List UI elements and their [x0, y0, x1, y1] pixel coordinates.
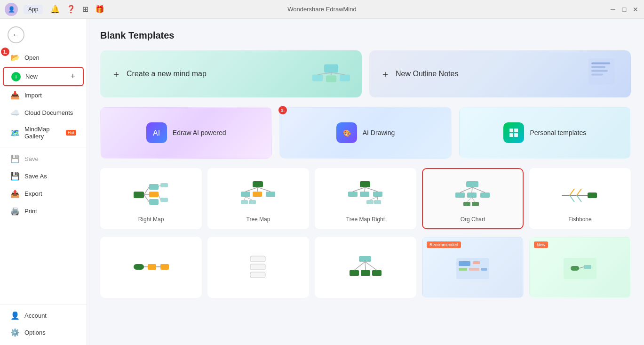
sidebar-item-new[interactable]: + New + — [3, 67, 84, 86]
svg-rect-19 — [149, 184, 159, 190]
sidebar-gallery-label: MindMap Gallery — [24, 126, 59, 140]
svg-rect-58 — [463, 202, 470, 206]
svg-text:🎨: 🎨 — [343, 129, 351, 137]
sidebar-cloud-label: Cloud Documents — [24, 109, 76, 116]
new-template-card[interactable]: New — [529, 237, 631, 298]
flow1-card[interactable] — [100, 237, 202, 298]
titlebar: 👤 App 🔔 ❓ ⊞ 🎁 Wondershare EdrawMind ─ □ … — [0, 0, 644, 19]
svg-rect-0 — [324, 64, 338, 73]
app-button[interactable]: App — [24, 5, 43, 14]
import-icon: 📥 — [10, 91, 20, 100]
org-chart-diagram — [453, 177, 493, 212]
svg-rect-53 — [467, 193, 477, 198]
edraw-ai-card[interactable]: AI Edraw AI powered — [100, 107, 272, 159]
svg-rect-70 — [148, 264, 156, 270]
svg-line-83 — [365, 262, 377, 270]
sidebar-item-save[interactable]: 💾 Save — [3, 151, 84, 167]
sidebar-item-save-as[interactable]: 💾 Save As — [3, 168, 84, 185]
sidebar-item-cloud[interactable]: ☁️ Cloud Documents — [3, 104, 84, 121]
gift-icon[interactable]: 🎁 — [93, 4, 106, 15]
new-template-preview — [536, 245, 624, 291]
sidebar-item-options[interactable]: ⚙️ Options — [3, 324, 84, 341]
svg-rect-90 — [564, 258, 596, 279]
flow2-diagram — [239, 245, 278, 288]
edraw-ai-icon: AI — [146, 122, 167, 143]
svg-line-28 — [159, 194, 160, 200]
sidebar-print-label: Print — [24, 208, 76, 215]
svg-line-22 — [144, 187, 149, 195]
svg-rect-77 — [359, 256, 371, 262]
grid-icon[interactable]: ⊞ — [80, 4, 90, 15]
tree-map-right-label: Tree Map Right — [346, 216, 385, 223]
svg-rect-9 — [591, 66, 605, 68]
close-btn[interactable]: ✕ — [632, 6, 639, 13]
sidebar-item-mindmap-gallery[interactable]: 🗺️ MindMap Gallery Hot — [3, 122, 84, 144]
svg-rect-79 — [361, 270, 370, 276]
svg-rect-92 — [584, 265, 591, 269]
svg-rect-14 — [509, 128, 513, 132]
create-mindmap-banner[interactable]: ＋ Create a new mind map — [100, 50, 362, 97]
personal-templates-label: Personal templates — [530, 129, 586, 136]
sidebar-item-export[interactable]: 📤 Export — [3, 185, 84, 202]
save-icon: 💾 — [10, 154, 20, 163]
tree-map-card[interactable]: Tree Map — [207, 168, 309, 229]
svg-rect-51 — [466, 181, 478, 187]
minimize-btn[interactable]: ─ — [609, 6, 617, 13]
back-button[interactable]: ← — [0, 23, 87, 47]
ai-drawing-card[interactable]: 2. 🎨 AI Drawing — [279, 107, 451, 159]
gallery-icon: 🗺️ — [10, 128, 20, 137]
flow1-diagram — [131, 245, 171, 288]
fishbone-card[interactable]: Fishbone — [529, 168, 631, 229]
org-chart-card[interactable]: Org Chart — [422, 168, 524, 229]
personal-templates-card[interactable]: Personal templates — [459, 107, 631, 159]
help-icon[interactable]: ❓ — [64, 4, 78, 15]
svg-line-61 — [472, 198, 475, 202]
recommended-preview — [429, 245, 517, 291]
sidebar-item-open[interactable]: 1. 📂 Open — [3, 49, 84, 66]
fishbone-label: Fishbone — [568, 216, 591, 223]
svg-line-23 — [144, 194, 149, 195]
svg-line-55 — [460, 187, 472, 193]
svg-rect-59 — [472, 202, 479, 206]
svg-line-38 — [244, 197, 246, 200]
ai-drawing-label: AI Drawing — [363, 129, 395, 136]
flow3-card[interactable] — [315, 237, 416, 298]
sidebar-divider — [0, 147, 87, 147]
svg-rect-47 — [374, 200, 381, 204]
sidebar-item-account[interactable]: 👤 Account — [3, 307, 84, 324]
sidebar-bottom: 👤 Account ⚙️ Options — [0, 301, 87, 341]
titlebar-left: 👤 App 🔔 ❓ ⊞ 🎁 — [5, 3, 106, 16]
svg-line-46 — [365, 187, 378, 192]
right-map-card[interactable]: Right Map — [100, 168, 202, 229]
svg-rect-88 — [469, 268, 479, 271]
tree-map-right-card[interactable]: Tree Map Right — [315, 168, 416, 229]
user-avatar[interactable]: 👤 — [5, 3, 18, 16]
svg-line-64 — [570, 189, 574, 195]
svg-rect-71 — [160, 264, 169, 270]
new-plus-icon[interactable]: + — [70, 72, 75, 81]
sidebar-account-label: Account — [24, 312, 76, 319]
flow2-card[interactable] — [207, 237, 309, 298]
svg-line-39 — [246, 197, 252, 200]
sidebar-item-import[interactable]: 📥 Import — [3, 87, 84, 104]
sidebar-options-label: Options — [24, 329, 76, 336]
bell-icon[interactable]: 🔔 — [48, 4, 62, 15]
svg-rect-36 — [241, 200, 248, 204]
svg-rect-29 — [253, 181, 263, 187]
ai-drawing-icon: 🎨 — [336, 122, 357, 143]
svg-rect-8 — [591, 63, 610, 64]
svg-rect-3 — [340, 75, 350, 81]
svg-rect-69 — [134, 264, 144, 270]
outline-notes-banner[interactable]: ＋ New Outline Notes — [369, 50, 631, 97]
svg-rect-18 — [134, 192, 144, 198]
maximize-btn[interactable]: □ — [620, 6, 628, 13]
sidebar-item-print[interactable]: 🖨️ Print — [3, 203, 84, 219]
svg-line-66 — [570, 195, 574, 202]
hot-badge: Hot — [66, 130, 76, 136]
org-chart-label: Org Chart — [461, 216, 485, 223]
svg-rect-37 — [249, 200, 256, 204]
edraw-ai-label: Edraw AI powered — [173, 129, 226, 136]
svg-line-34 — [257, 187, 258, 192]
recommended-card[interactable]: Recommended — [422, 237, 524, 298]
svg-rect-10 — [591, 70, 608, 72]
